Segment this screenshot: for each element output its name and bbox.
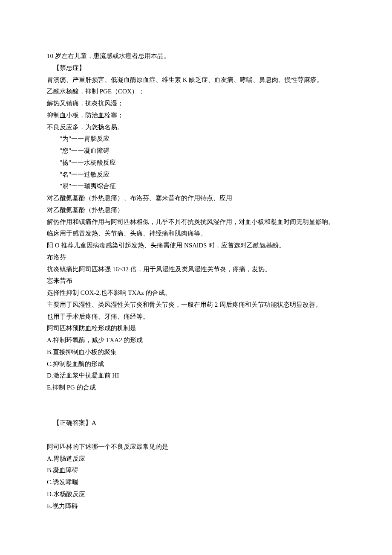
text-line: "您"一一凝血障碍 xyxy=(47,145,345,157)
text-line: 布洛芬 xyxy=(47,252,345,264)
text-line: A.胃肠道反应 xyxy=(47,453,345,465)
text-line: 10 岁左右儿童，患流感或水痘者忌用本品。 xyxy=(47,50,345,62)
text-line: 阿司匹林预防血栓形成的机制是 xyxy=(47,323,345,334)
text-line: "为"一一胃肠反应 xyxy=(47,133,345,145)
text-line: 对乙酰氨基酚（扑热息痛） xyxy=(47,204,345,216)
blank-line xyxy=(47,429,345,441)
text-line: 解热作用和镇痛作用与阿司匹林相似，几乎不具有抗炎抗风湿作用，对血小板和凝血时间无… xyxy=(47,216,345,228)
text-line: 选择性抑制 COX-2,也不影响 TXAz 的合成。 xyxy=(47,287,345,299)
text-line: 临床用于感冒发热、关节痛、头痛、神经痛和肌肉痛等。 xyxy=(47,228,345,240)
text-line: C.诱发哮喘 xyxy=(47,477,345,488)
text-line: 【禁忌症】 xyxy=(47,62,345,74)
text-line: 主要用于风湿性、类风湿性关节炎和骨关节炎，一般在用药 2 周后疼痛和关节功能状态… xyxy=(47,299,345,311)
blank-line xyxy=(47,406,345,418)
text-line: 解热又镇痛，抗炎抗风湿； xyxy=(47,98,345,110)
text-line: D.激活血浆中抗凝血前 HI xyxy=(47,370,345,382)
text-line: 也用于手术后疼痛、牙痛、痛经等。 xyxy=(47,311,345,323)
text-line: 乙酰水杨酸，抑制 PGE（COX）； xyxy=(47,86,345,98)
document-page: 10 岁左右儿童，患流感或水痘者忌用本品。【禁忌症】胃溃疡、严重肝损害、低凝血酶… xyxy=(0,0,392,555)
text-line: D.水杨酸反应 xyxy=(47,488,345,500)
text-line: 塞来昔布 xyxy=(47,275,345,287)
text-line: B.凝血障碍 xyxy=(47,465,345,477)
blank-line xyxy=(47,394,345,406)
text-line: "扬"一一水杨酸反应 xyxy=(47,157,345,169)
text-line: 胃溃疡、严重肝损害、低凝血酶原血症、维生素 K 缺乏症、血友病、哮喘、鼻息肉、慢… xyxy=(47,74,345,86)
text-line: E.抑制 PG 的合成 xyxy=(47,382,345,394)
text-line: "名"一一过敏反应 xyxy=(47,169,345,181)
text-line: "易"一一瑞夷综合征 xyxy=(47,180,345,192)
text-line: B.直接抑制血小板的聚集 xyxy=(47,346,345,358)
text-line: 不良反应多，为您扬名易。 xyxy=(47,122,345,134)
text-line: 阿司匹林的下述哪一个不良反应最常见的是 xyxy=(47,441,345,453)
text-line: C.抑制凝血酶的形成 xyxy=(47,358,345,370)
text-line: 阳 O 推荐儿童因病毒感染引起发热、头痛需使用 NSAlDS 时，应首选对乙酰氨… xyxy=(47,240,345,252)
text-line: 抗炎镇痛比阿司匹林强 16~32 倍，用于风湿性及类风湿性关节炎，疼痛，发热。 xyxy=(47,264,345,276)
text-line: E.视力障碍 xyxy=(47,500,345,512)
text-line: 抑制血小板，防治血栓塞； xyxy=(47,110,345,122)
text-line: 对乙酰氨基酚（扑热息痛）、布洛芬、塞来昔布的作用特点、应用 xyxy=(47,192,345,204)
text-line: A.抑制环氧酶，减少 TXA2 的形成 xyxy=(47,334,345,346)
text-line: 【正确答案】A xyxy=(47,417,345,429)
document-body: 10 岁左右儿童，患流感或水痘者忌用本品。【禁忌症】胃溃疡、严重肝损害、低凝血酶… xyxy=(47,50,345,512)
